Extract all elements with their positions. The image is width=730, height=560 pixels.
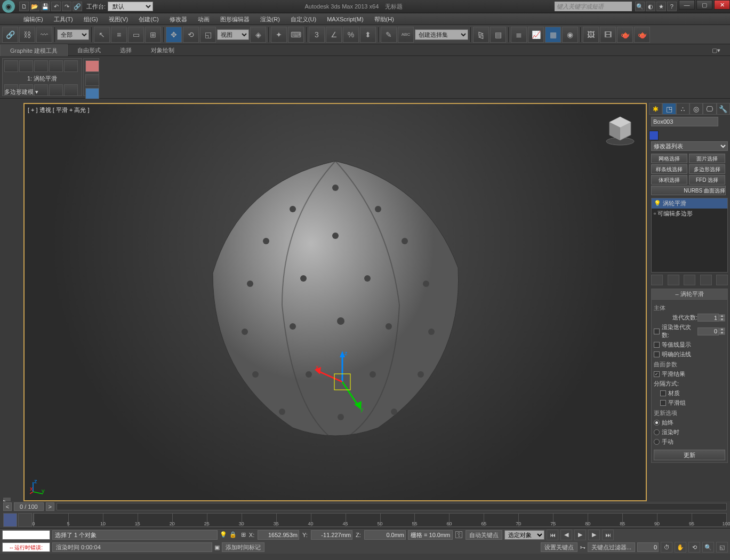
subobj-poly-icon[interactable] xyxy=(49,60,63,72)
qat-save-icon[interactable]: 💾 xyxy=(41,2,50,11)
menu-tools[interactable]: 工具(T) xyxy=(49,13,78,25)
editor-icon[interactable]: ✎ xyxy=(381,27,397,43)
menu-customize[interactable]: 自定义(U) xyxy=(285,13,322,25)
nav-max-icon[interactable]: ◱ xyxy=(716,542,728,553)
sel-btn-ffd[interactable]: FFD 选择 xyxy=(689,175,725,185)
smooth-result-check[interactable]: ✓ xyxy=(654,371,660,377)
x-input[interactable] xyxy=(258,530,299,540)
riter-up-icon[interactable]: ▲ xyxy=(719,327,725,331)
ribbon-btn5[interactable] xyxy=(64,84,78,96)
autokey-button[interactable]: 自动关键点 xyxy=(466,530,502,540)
move-icon[interactable]: ✥ xyxy=(166,27,182,43)
workspace-select[interactable]: 默认 xyxy=(108,2,153,11)
update-manual-radio[interactable] xyxy=(654,439,660,445)
scale-icon[interactable]: ◱ xyxy=(200,27,216,43)
menu-group[interactable]: 组(G) xyxy=(78,13,103,25)
select-region-icon[interactable]: ▭ xyxy=(128,27,144,43)
subobj-edge-icon[interactable] xyxy=(19,60,33,72)
current-frame-input[interactable] xyxy=(637,542,659,552)
modifier-stack[interactable]: 💡 涡轮平滑 ▫ 可编辑多边形 xyxy=(651,198,728,273)
search-input[interactable] xyxy=(555,2,632,11)
goto-end-icon[interactable]: ⏭ xyxy=(602,530,614,540)
star-icon[interactable]: ★ xyxy=(656,2,666,11)
help-icon[interactable]: ? xyxy=(667,2,677,11)
mod-item-turbosmooth[interactable]: 💡 涡轮平滑 xyxy=(652,198,727,209)
update-render-radio[interactable] xyxy=(654,429,660,435)
subobj-border-icon[interactable] xyxy=(34,60,48,72)
prev-frame-icon[interactable]: ◀ xyxy=(560,530,572,540)
mod-item-editpoly[interactable]: ▫ 可编辑多边形 xyxy=(652,209,727,219)
update-always-radio[interactable] xyxy=(654,420,660,426)
z-input[interactable] xyxy=(364,530,406,540)
explicit-check[interactable] xyxy=(654,351,660,357)
named-selset[interactable]: 创建选择集 xyxy=(415,29,468,40)
lock-icon[interactable]: 🔒 xyxy=(229,531,239,538)
ribbon-btn4[interactable] xyxy=(49,84,63,96)
sel-btn-nurbs[interactable]: NURBS 曲面选择 xyxy=(651,186,726,195)
cmd-tab-modify-icon[interactable]: ◳ xyxy=(662,103,676,115)
track-toggle-icon[interactable] xyxy=(18,513,32,527)
sel-btn-volume[interactable]: 体积选择 xyxy=(651,175,687,185)
menu-animation[interactable]: 动画 xyxy=(192,13,215,25)
cmd-tab-create-icon[interactable]: ✱ xyxy=(649,103,662,115)
render-frame-icon[interactable]: 🎞 xyxy=(600,27,616,43)
time-prev-icon[interactable]: < xyxy=(3,502,12,511)
selection-filter[interactable]: 全部 xyxy=(57,29,89,40)
ribbon-prev-icon[interactable] xyxy=(85,74,99,86)
angle-snap-icon[interactable]: ∠ xyxy=(326,27,342,43)
render-iter-check[interactable] xyxy=(654,329,660,334)
sphere-icon[interactable]: ◐ xyxy=(646,2,655,11)
stack-config-icon[interactable] xyxy=(716,275,728,285)
stack-unique-icon[interactable] xyxy=(684,275,695,285)
modifier-list-select[interactable]: 修改器列表 xyxy=(651,141,728,151)
sel-btn-poly[interactable]: 多边形选择 xyxy=(689,164,725,174)
object-color-swatch[interactable] xyxy=(649,131,659,140)
by-smoothing-check[interactable] xyxy=(660,400,666,406)
menu-grapheditors[interactable]: 图形编辑器 xyxy=(215,13,255,25)
window-crossing-icon[interactable]: ⊞ xyxy=(145,27,161,43)
app-icon[interactable]: ◉ xyxy=(2,0,15,13)
riter-down-icon[interactable]: ▼ xyxy=(719,331,725,335)
menu-view[interactable]: 视图(V) xyxy=(103,13,134,25)
ribbon-next-icon[interactable] xyxy=(85,88,99,100)
goto-start-icon[interactable]: ⏮ xyxy=(547,530,558,540)
cmd-tab-hierarchy-icon[interactable]: ⛬ xyxy=(676,103,689,115)
qat-redo-icon[interactable]: ↷ xyxy=(62,2,71,11)
qat-open-icon[interactable]: 📂 xyxy=(30,2,39,11)
polygon-modeling-dropdown[interactable]: 多边形建模 ▾ xyxy=(4,88,38,96)
sel-btn-spline[interactable]: 样条线选择 xyxy=(651,164,687,174)
align-icon[interactable]: ▤ xyxy=(490,27,506,43)
select-name-icon[interactable]: ≡ xyxy=(111,27,127,43)
menu-help[interactable]: 帮助(H) xyxy=(369,13,399,25)
iter-up-icon[interactable]: ▲ xyxy=(719,314,725,318)
time-next-icon[interactable]: > xyxy=(46,502,54,511)
menu-maxscript[interactable]: MAXScript(M) xyxy=(322,13,368,25)
schematic-icon[interactable]: ▦ xyxy=(545,27,561,43)
isoline-check[interactable] xyxy=(654,342,660,348)
time-config-icon[interactable]: ⏱ xyxy=(661,542,672,553)
ribbon-tab-graphite[interactable]: Graphite 建模工具 xyxy=(0,44,68,56)
qat-new-icon[interactable]: 🗋 xyxy=(19,2,29,11)
pivot-icon[interactable]: ◈ xyxy=(250,27,266,43)
manipulate-icon[interactable]: ✦ xyxy=(271,27,287,43)
bind-icon[interactable]: 〰 xyxy=(36,27,52,43)
key-big-icon[interactable]: 🗝 xyxy=(580,544,585,550)
render-prod-icon[interactable]: 🫖 xyxy=(634,27,650,43)
cmd-tab-display-icon[interactable]: 🖵 xyxy=(703,103,716,115)
rollout-header-turbosmooth[interactable]: – 涡轮平滑 xyxy=(652,289,727,300)
stack-remove-icon[interactable] xyxy=(700,275,712,285)
material-icon[interactable]: ◉ xyxy=(562,27,578,43)
menu-render[interactable]: 渲染(R) xyxy=(255,13,285,25)
percent-snap-icon[interactable]: % xyxy=(343,27,359,43)
subobj-element-icon[interactable] xyxy=(64,60,78,72)
iter-down-icon[interactable]: ▼ xyxy=(719,318,725,322)
object-name-input[interactable] xyxy=(651,117,718,126)
keyfilter-button[interactable]: 关键点过滤器... xyxy=(588,542,635,552)
viewcube[interactable] xyxy=(603,113,637,147)
sel-btn-patch[interactable]: 面片选择 xyxy=(689,154,725,163)
sel-btn-mesh[interactable]: 网格选择 xyxy=(651,154,687,163)
keyboard-icon[interactable]: ⌨ xyxy=(288,27,304,43)
iterations-input[interactable] xyxy=(697,314,719,322)
stack-show-icon[interactable] xyxy=(668,275,679,285)
qat-link-icon[interactable]: 🔗 xyxy=(73,2,82,11)
